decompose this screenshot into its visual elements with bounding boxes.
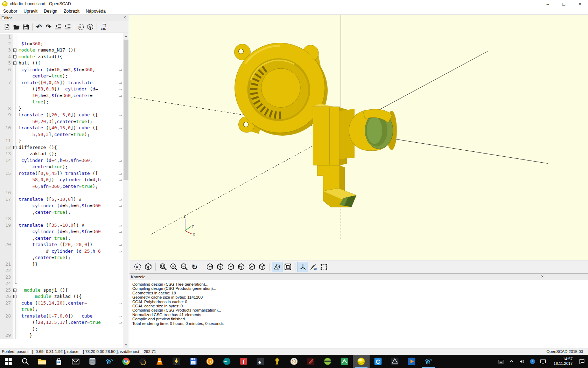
code-text[interactable] [18,190,123,196]
taskbar-item-search[interactable] [17,355,34,368]
fold-margin[interactable] [13,300,18,307]
fold-margin[interactable] [13,183,18,190]
code-row-line-21[interactable]: 21 }} [0,261,123,268]
fold-margin[interactable] [13,151,18,157]
code-text[interactable]: ,center=true); [18,254,123,261]
open-file-button[interactable] [12,22,21,32]
taskbar-clock[interactable]: 14:57 16.11.2017 [548,355,575,368]
taskbar-item-openscad[interactable] [353,355,370,368]
zoom-in-button[interactable] [168,262,179,272]
fold-margin[interactable] [13,280,18,287]
code-row-line-20[interactable]: # cylinder (d=25,h=6↵ [0,248,123,255]
scroll-down-icon[interactable]: ▼ [123,342,129,348]
tray-hidden-icons-chevron[interactable] [506,355,517,368]
export-stl-button[interactable]: STL [99,22,108,32]
code-text[interactable]: }} [18,261,123,268]
fold-collapse-icon[interactable]: - [13,146,16,149]
code-text[interactable]: 58,0,0]) cylinder (d=4,h↵ [18,177,123,183]
fold-margin[interactable] [13,209,18,216]
code-text[interactable]: ([28,12.5,17],center=true↵ [18,319,123,326]
fold-margin[interactable] [13,80,18,86]
fold-collapse-icon[interactable]: - [13,62,16,65]
code-text[interactable]: # cylinder (d=25,h=6↵ [18,248,123,255]
code-row-line-6[interactable]: center=true); [0,73,123,80]
menu-npovda[interactable]: Nápověda [83,8,109,14]
fold-margin[interactable] [13,274,18,281]
code-row-line-18[interactable]: 18 [0,216,123,222]
fold-margin[interactable] [13,261,18,268]
console-close-icon[interactable]: × [540,274,545,279]
minimize-button[interactable]: – [540,0,556,8]
code-text[interactable]: cylinder (d=10,h=3,$fn=360,↵ [18,67,123,73]
code-editor[interactable]: 12 $fn=360;3-module rameno_N17 (){4-modu… [0,33,129,348]
view-all-button[interactable] [318,262,329,272]
unindent-button[interactable] [53,22,63,32]
taskbar-item-mail[interactable] [67,355,84,368]
code-text[interactable]: 5,50,3],center=true); [18,131,123,138]
code-row-line-15[interactable]: 58,0,0]) cylinder (d=4,h↵ [0,177,123,183]
preview-button[interactable]: » [76,22,85,32]
taskbar-item-facebook-app[interactable]: f [235,355,252,368]
taskbar-item-floppy-app[interactable] [185,355,202,368]
fold-margin[interactable] [13,112,18,118]
code-text[interactable]: ); [18,326,123,333]
code-text[interactable] [18,216,123,222]
code-text[interactable]: rotate([0,0,45]) translate↵ [18,80,123,86]
view-bottom-button[interactable] [225,262,236,272]
fold-collapse-icon[interactable]: - [13,49,16,52]
fold-margin[interactable] [13,216,18,222]
new-file-button[interactable] [2,22,12,32]
taskbar-item-slic3r[interactable] [319,355,336,368]
view-left-button[interactable] [236,262,246,272]
code-text[interactable]: =6,$fn=360,center=true); [18,183,123,190]
fold-margin[interactable] [13,235,18,242]
fold-margin[interactable] [13,190,18,196]
taskbar-item-darkred-app[interactable] [302,355,319,368]
fold-margin[interactable] [13,99,18,105]
code-text[interactable]: translate([-7,0,0]) cube↵ [18,313,123,320]
fold-margin[interactable] [13,248,18,255]
code-row-line-29[interactable]: 29 } [0,332,123,339]
fold-margin[interactable] [13,319,18,326]
code-row-line-28[interactable]: 28 translate([-7,0,0]) cube↵ [0,313,123,320]
fold-margin[interactable] [13,196,18,203]
code-row-line-7[interactable]: ([58,0,0]) cylinder (d=↵ [0,86,123,93]
view-top-button[interactable] [215,262,225,272]
code-text[interactable]: true); [18,306,123,313]
taskbar-item-cd-app[interactable] [84,355,101,368]
code-text[interactable]: translate ([20,-20,0])↵ [18,241,123,248]
taskbar-item-gold-model-app[interactable] [269,355,286,368]
code-row-line-7[interactable]: 10,h=3,$fn=360,center=↵ [0,93,123,99]
code-row-line-6[interactable]: 6 cylinder (d=10,h=3,$fn=360,↵ [0,67,123,73]
preview-button[interactable]: » [132,262,143,272]
code-text[interactable]: module rameno_N17 (){ [18,47,123,54]
taskbar-item-store[interactable] [50,355,67,368]
tray-action-center[interactable] [575,355,588,368]
fold-margin[interactable] [13,203,18,209]
fold-margin[interactable] [13,86,18,93]
code-row-line-15[interactable]: 15rotate([0,0,45]) translate ([↵ [0,170,123,177]
fold-margin[interactable] [13,131,18,138]
code-row-line-26[interactable]: 26- module zaklad (){ [0,293,123,300]
fold-margin[interactable]: - [13,293,18,300]
code-row-line-11[interactable]: 11} [0,138,123,144]
code-row-line-19[interactable]: cylinder (d=5,h=6,$fn=360↵ [0,229,123,235]
code-text[interactable] [18,267,123,274]
zoom-out-button[interactable] [179,262,189,272]
scrollbar-thumb[interactable] [124,40,128,180]
taskbar-item-builder-3d[interactable] [386,355,403,368]
code-row-line-28[interactable]: ([28,12.5,17],center=true↵ [0,319,123,326]
fold-margin[interactable] [13,34,18,41]
zoom-all-button[interactable] [158,262,168,272]
view-right-button[interactable] [204,262,215,272]
code-text[interactable]: module zaklad(){ [18,54,123,60]
code-row-line-3[interactable]: 3-module rameno_N17 (){ [0,47,123,54]
fold-margin[interactable] [13,313,18,320]
code-text[interactable]: } [18,105,123,112]
editor-scrollbar[interactable]: ▲ ▼ [123,33,129,348]
taskbar-item-start[interactable] [0,355,17,368]
maximize-button[interactable]: □ [556,0,572,8]
fold-margin[interactable] [13,105,18,112]
code-row-line-5[interactable]: 5-hull (){ [0,60,123,67]
code-text[interactable]: } [18,332,123,339]
